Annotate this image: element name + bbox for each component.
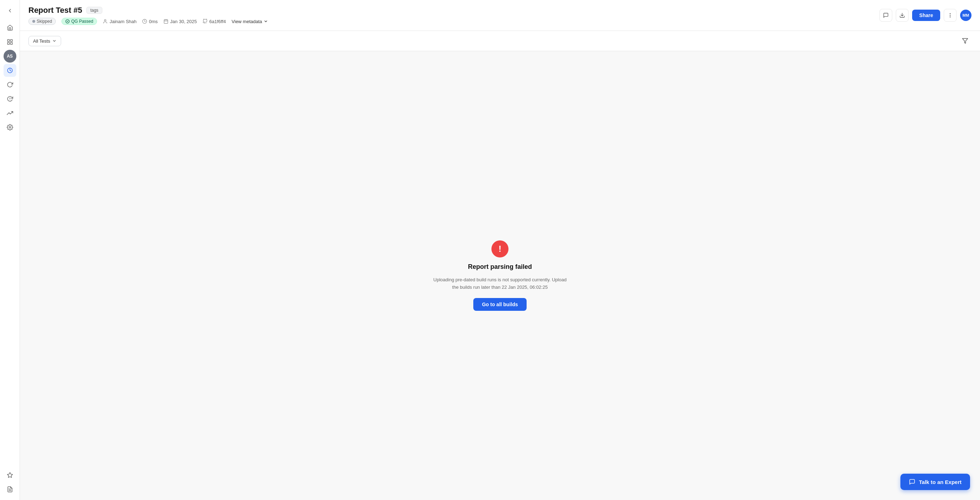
calendar-icon bbox=[164, 19, 169, 24]
chat-icon bbox=[909, 479, 915, 485]
sidebar-item-grid[interactable] bbox=[3, 35, 16, 48]
svg-rect-3 bbox=[10, 43, 12, 45]
svg-point-19 bbox=[950, 13, 950, 14]
sidebar-item-settings[interactable] bbox=[3, 121, 16, 134]
svg-point-20 bbox=[950, 15, 950, 15]
svg-point-21 bbox=[950, 17, 950, 17]
more-vertical-icon bbox=[947, 13, 953, 18]
status-badge-qg: QG Passed bbox=[62, 18, 97, 25]
svg-rect-14 bbox=[164, 19, 168, 24]
sidebar-item-home[interactable] bbox=[3, 21, 16, 34]
filter-button[interactable] bbox=[959, 35, 972, 47]
header-meta: Skipped QG Passed Jainam Shah bbox=[29, 18, 268, 25]
share-button[interactable]: Share bbox=[912, 10, 940, 21]
download-icon bbox=[899, 13, 905, 18]
header-right: Share MM bbox=[880, 9, 972, 22]
chevron-down-icon bbox=[264, 19, 268, 24]
main-content: Report Test #5 tags Skipped QG Passed bbox=[20, 0, 980, 500]
github-icon bbox=[202, 19, 207, 24]
user-icon bbox=[103, 19, 108, 24]
toolbar: All Tests bbox=[20, 31, 980, 51]
svg-marker-22 bbox=[963, 38, 968, 43]
download-button[interactable] bbox=[896, 9, 908, 22]
view-metadata-btn[interactable]: View metadata bbox=[232, 19, 268, 24]
sidebar-item-star[interactable] bbox=[3, 469, 16, 481]
svg-rect-1 bbox=[10, 40, 12, 41]
all-tests-dropdown[interactable]: All Tests bbox=[29, 36, 61, 46]
author-meta: Jainam Shah bbox=[103, 19, 137, 24]
skipped-dot bbox=[32, 20, 35, 23]
page-title: Report Test #5 bbox=[29, 6, 82, 15]
sidebar-collapse-btn[interactable] bbox=[3, 4, 16, 17]
sidebar-item-refresh-alert[interactable] bbox=[3, 93, 16, 105]
sidebar-item-refresh[interactable] bbox=[3, 78, 16, 91]
go-to-all-builds-button[interactable]: Go to all builds bbox=[473, 298, 526, 311]
dropdown-chevron-icon bbox=[52, 39, 57, 43]
page-header: Report Test #5 tags Skipped QG Passed bbox=[20, 0, 980, 31]
error-container: ! Report parsing failed Uploading pre-da… bbox=[433, 240, 567, 311]
check-icon bbox=[65, 19, 70, 24]
svg-marker-8 bbox=[7, 473, 13, 478]
svg-rect-2 bbox=[8, 43, 9, 45]
sidebar-item-analytics[interactable] bbox=[3, 107, 16, 120]
comment-icon bbox=[883, 13, 889, 18]
status-badge-skipped: Skipped bbox=[29, 18, 56, 25]
error-description: Uploading pre-dated build runs is not su… bbox=[433, 276, 567, 291]
error-title: Report parsing failed bbox=[468, 263, 532, 271]
header-title-row: Report Test #5 tags bbox=[29, 6, 268, 15]
date-meta: Jan 30, 2025 bbox=[164, 19, 197, 24]
filter-icon bbox=[962, 38, 968, 44]
sidebar-item-timer[interactable] bbox=[3, 64, 16, 77]
svg-point-7 bbox=[9, 126, 11, 128]
sidebar-item-avatar[interactable]: AS bbox=[3, 50, 16, 62]
header-left: Report Test #5 tags Skipped QG Passed bbox=[29, 6, 268, 25]
commit-meta: 6a1f6ff4 bbox=[202, 19, 226, 24]
sidebar: AS bbox=[0, 0, 20, 500]
sidebar-item-docs[interactable] bbox=[3, 483, 16, 496]
talk-to-expert-button[interactable]: Talk to an Expert bbox=[900, 474, 970, 490]
more-options-button[interactable] bbox=[944, 9, 956, 22]
comment-button[interactable] bbox=[880, 9, 892, 22]
duration-meta: 0ms bbox=[142, 19, 158, 24]
user-avatar[interactable]: MM bbox=[960, 10, 972, 21]
content-area: ! Report parsing failed Uploading pre-da… bbox=[20, 51, 980, 500]
svg-point-12 bbox=[105, 19, 106, 21]
clock-icon bbox=[142, 19, 147, 24]
svg-rect-0 bbox=[8, 40, 9, 41]
tags-button[interactable]: tags bbox=[86, 7, 102, 14]
error-icon: ! bbox=[492, 240, 509, 257]
